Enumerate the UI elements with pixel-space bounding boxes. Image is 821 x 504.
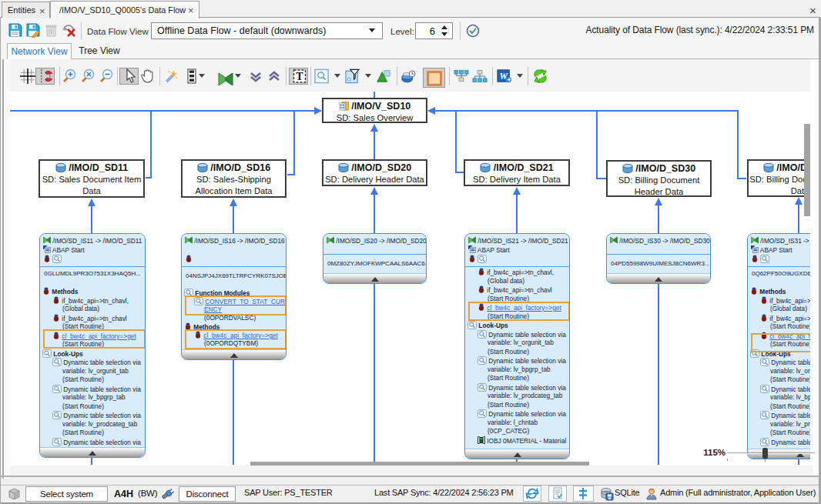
svg-text:T: T <box>296 71 303 82</box>
